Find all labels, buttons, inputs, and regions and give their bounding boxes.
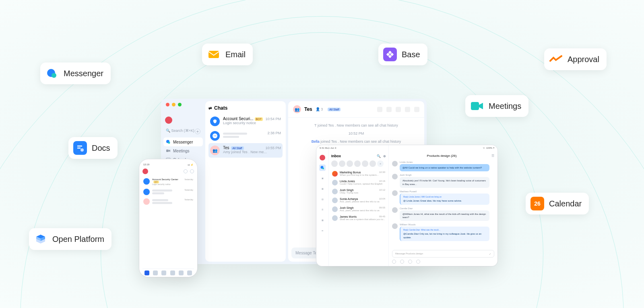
nav-email[interactable]: ✉ (319, 227, 326, 234)
chat-item[interactable]: Account Securi...BOT10:54 PM Login secur… (208, 114, 283, 129)
add-user-icon[interactable] (396, 107, 401, 112)
tab-messenger[interactable] (144, 271, 149, 275)
item-name: Marketing Bonus (340, 171, 361, 174)
chip-label: Messenger (64, 69, 103, 78)
inbox-item[interactable]: Josh Singh10:12Okay. Trying now. (331, 187, 386, 196)
sender-name: William Woods (400, 223, 494, 226)
approval-icon (549, 52, 563, 66)
chat-preview: Amy joined Tes . New me... (223, 150, 281, 154)
expand-icon[interactable]: ⤢ (489, 252, 491, 255)
chip-label: Calendar (549, 199, 582, 208)
settings-icon[interactable] (405, 107, 410, 112)
chip-calendar[interactable]: 26 Calendar (526, 193, 589, 214)
avatar (392, 161, 398, 166)
item-time: 10:30 (379, 171, 385, 174)
svg-point-1 (52, 73, 56, 78)
message-bubble[interactable]: @William Jones Hi, what was the result o… (400, 210, 489, 221)
item-sub: Login security notice (152, 183, 193, 185)
chat-item[interactable]: 2:38 PM (208, 129, 283, 143)
tab-item[interactable] (187, 271, 192, 275)
chat-item-selected[interactable]: 👥 TesAll Staff10:55 PM Amy joined Tes . … (208, 143, 283, 158)
chip-open-platform[interactable]: Open Platform (29, 228, 111, 250)
nav-label: Meetings (173, 149, 190, 153)
chip-base[interactable]: Base (378, 44, 427, 65)
more-icon[interactable] (416, 260, 420, 264)
tab-item[interactable] (170, 271, 175, 275)
menu-icon[interactable]: ☰ (491, 154, 494, 158)
item-name: James Morris (340, 215, 357, 218)
avatar[interactable] (339, 160, 345, 167)
tab-item[interactable] (153, 271, 158, 275)
add-icon[interactable]: ⊕ (383, 154, 386, 158)
more-icon[interactable] (414, 107, 419, 112)
list-item[interactable]: Account Security Center BOTYesterday Log… (142, 177, 194, 187)
item-sub: Shall we use a system that allows you to… (340, 218, 385, 221)
item-name: Linda Jones (340, 180, 355, 183)
add-icon[interactable] (190, 169, 194, 173)
avatar[interactable] (362, 160, 368, 167)
inbox-item[interactable]: James Morris09:45Shall we use a system t… (331, 214, 386, 223)
chip-docs[interactable]: Docs (68, 137, 118, 159)
user-avatar[interactable] (320, 155, 325, 160)
item-time: 10:12 (379, 189, 385, 191)
window-traffic-lights[interactable] (166, 103, 182, 106)
svg-rect-10 (471, 102, 479, 110)
sender-name: Matthew Powell (400, 190, 494, 193)
inbox-item[interactable]: Sonia Acharya10:04And, yeah, please send… (331, 196, 386, 205)
chip-email[interactable]: Email (202, 44, 253, 65)
chip-approval[interactable]: Approval (544, 48, 607, 70)
item-name: Josh Singh (340, 189, 354, 191)
tab-item[interactable] (179, 271, 184, 275)
search-icon[interactable] (184, 169, 188, 173)
nav-docs[interactable]: ▤ (319, 196, 326, 202)
item-sub: Could I help Correct, spread the English (340, 183, 385, 185)
user-avatar[interactable] (142, 169, 148, 174)
chat-actions (377, 107, 419, 112)
compose-input[interactable]: Message Products design⤢ (392, 250, 494, 258)
list-item[interactable]: Yesterday (142, 197, 194, 206)
message-bubble[interactable]: Reply Camila Diaz: What was the result..… (400, 227, 489, 241)
emoji-icon[interactable] (392, 260, 396, 264)
nav-meetings[interactable]: ▣ (319, 175, 326, 181)
message-bubble[interactable]: @All Could we bring on a native speaker … (400, 164, 489, 171)
avatar[interactable] (331, 160, 338, 167)
sidebar-item-messenger[interactable]: Messenger (163, 137, 203, 146)
inbox-item[interactable]: Josh Singh09:55And, yeah, please send th… (331, 205, 386, 214)
tab-item[interactable] (161, 271, 166, 275)
item-time: 10:04 (379, 198, 385, 200)
message-bubble[interactable]: Reply Linda Jones | Will Could we bring … (400, 194, 489, 204)
avatar[interactable] (354, 160, 361, 167)
meetings-icon (470, 99, 484, 113)
user-avatar[interactable] (165, 117, 172, 124)
search-placeholder: Search (⌘+K) (171, 129, 194, 133)
search-icon[interactable]: 🔍 (377, 154, 381, 158)
video-icon[interactable] (386, 107, 392, 112)
add-icon[interactable]: + (195, 129, 200, 134)
inbox-item[interactable]: Linda Jones10:16Could I help Correct, sp… (331, 178, 386, 187)
list-item[interactable]: Yesterday (142, 187, 194, 197)
item-time: 09:55 (379, 206, 385, 209)
chip-messenger[interactable]: Messenger (40, 62, 111, 84)
chat-title: Tes (304, 106, 312, 112)
chats-title: ⇄ Chats (208, 105, 283, 111)
sidebar-item-meetings[interactable]: Meetings (163, 146, 203, 155)
mention-icon[interactable] (400, 260, 404, 264)
nav-messenger[interactable] (319, 164, 326, 171)
messenger-icon (45, 67, 59, 80)
avatar[interactable] (369, 160, 376, 167)
item-time: 09:45 (379, 215, 385, 218)
search-input[interactable]: 🔍 Search (⌘+K) + (163, 127, 203, 134)
svg-rect-2 (208, 51, 219, 58)
avatar[interactable]: + (377, 160, 384, 167)
nav-workplace[interactable]: ▦ (319, 217, 326, 223)
chip-meetings[interactable]: Meetings (465, 95, 528, 117)
scissors-icon[interactable] (408, 260, 412, 264)
avatar[interactable] (347, 160, 353, 167)
chat-name: Tes (223, 146, 229, 150)
nav-contacts[interactable]: ☰ (319, 206, 326, 213)
phone-status-bar: 12:19•ıl ⚡ (142, 162, 194, 168)
search-icon[interactable] (377, 107, 382, 112)
nav-calendar[interactable]: ▦ (319, 185, 326, 192)
inbox-item[interactable]: Marketing Bonus10:30When you first log i… (331, 169, 386, 178)
message-bubble[interactable]: Absolutely yes! I'll invite Mr. Carl You… (400, 177, 489, 188)
